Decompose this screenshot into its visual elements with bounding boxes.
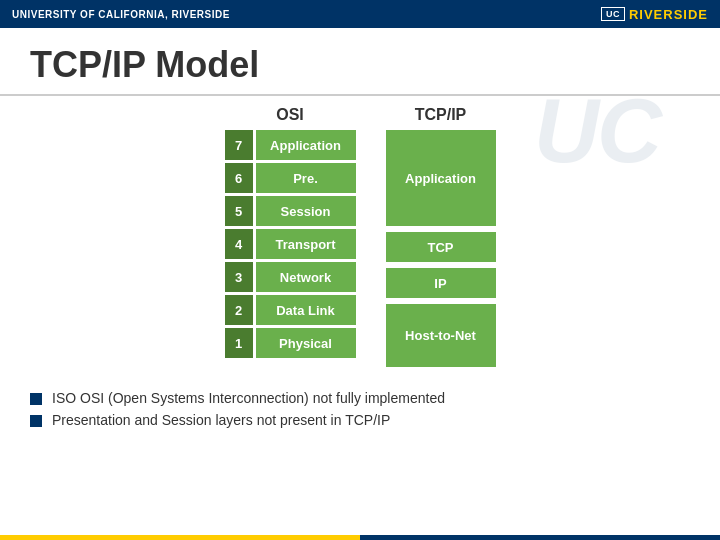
- uc-logo: UC RIVERSIDE: [601, 7, 708, 22]
- osi-label-3: Network: [256, 262, 356, 292]
- osi-label-7: Application: [256, 130, 356, 160]
- osi-label-2: Data Link: [256, 295, 356, 325]
- osi-layer-4: 4 Transport: [225, 229, 356, 259]
- tcpip-header: TCP/IP: [415, 106, 467, 124]
- osi-layer-5: 5 Session: [225, 196, 356, 226]
- page-title: TCP/IP Model: [30, 44, 259, 85]
- osi-num-3: 3: [225, 262, 253, 292]
- tcpip-blocks: Application TCP IP Host-to-Net: [386, 130, 496, 370]
- osi-layer-2: 2 Data Link: [225, 295, 356, 325]
- osi-num-6: 6: [225, 163, 253, 193]
- osi-label-5: Session: [256, 196, 356, 226]
- osi-label-1: Physical: [256, 328, 356, 358]
- university-name: UNIVERSITY OF CALIFORNIA, RIVERSIDE: [12, 9, 230, 20]
- osi-num-2: 2: [225, 295, 253, 325]
- tcpip-block-tcp: TCP: [386, 232, 496, 262]
- osi-num-7: 7: [225, 130, 253, 160]
- bullet-dot-1: [30, 393, 42, 405]
- bullet-item-1: ISO OSI (Open Systems Interconnection) n…: [30, 390, 700, 406]
- bullet-text-2: Presentation and Session layers not pres…: [52, 412, 390, 428]
- bullet-text-1: ISO OSI (Open Systems Interconnection) n…: [52, 390, 445, 406]
- osi-layer-1: 1 Physical: [225, 328, 356, 358]
- osi-num-4: 4: [225, 229, 253, 259]
- uc-logo-text: RIVERSIDE: [629, 7, 708, 22]
- bullet-item-2: Presentation and Session layers not pres…: [30, 412, 700, 428]
- bottom-bar: [0, 535, 720, 540]
- tcpip-block-ip: IP: [386, 268, 496, 298]
- osi-layer-6: 6 Pre.: [225, 163, 356, 193]
- osi-label-4: Transport: [256, 229, 356, 259]
- tcpip-block-host-to-net: Host-to-Net: [386, 304, 496, 367]
- top-bar: UNIVERSITY OF CALIFORNIA, RIVERSIDE UC R…: [0, 0, 720, 28]
- osi-num-5: 5: [225, 196, 253, 226]
- osi-header: OSI: [276, 106, 304, 124]
- osi-num-1: 1: [225, 328, 253, 358]
- osi-rows: 7 Application 6 Pre. 5 Session 4 Transpo…: [225, 130, 356, 358]
- bullets-section: ISO OSI (Open Systems Interconnection) n…: [0, 390, 720, 428]
- bullet-dot-2: [30, 415, 42, 427]
- osi-label-6: Pre.: [256, 163, 356, 193]
- osi-column: OSI 7 Application 6 Pre. 5 Session: [225, 106, 356, 370]
- osi-layer-7: 7 Application: [225, 130, 356, 160]
- model-container: OSI 7 Application 6 Pre. 5 Session: [30, 106, 690, 370]
- main-content: OSI 7 Application 6 Pre. 5 Session: [0, 106, 720, 370]
- uc-logo-badge: UC: [601, 7, 625, 21]
- tcpip-block-application: Application: [386, 130, 496, 226]
- osi-layer-3: 3 Network: [225, 262, 356, 292]
- tcpip-column: TCP/IP Application TCP IP Host-to-Net: [386, 106, 496, 370]
- page-title-area: TCP/IP Model: [0, 28, 720, 96]
